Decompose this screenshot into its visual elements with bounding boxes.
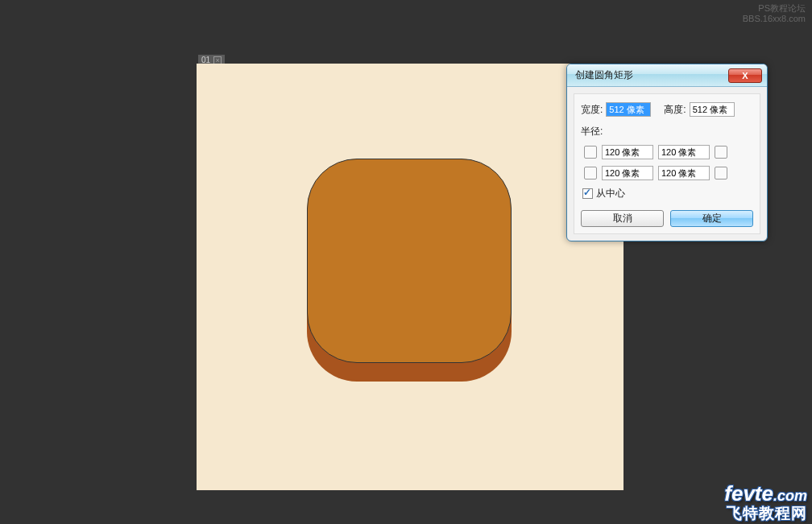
create-rounded-rect-dialog: 创建圆角矩形 X 宽度: 高度: 半径: 从中心 [566, 64, 768, 241]
watermark-brand-cn: 飞特教程网 [724, 505, 807, 522]
dialog-title: 创建圆角矩形 [575, 68, 633, 82]
close-icon[interactable]: × [213, 56, 222, 64]
height-label: 高度: [664, 103, 686, 117]
canvas[interactable] [197, 64, 624, 490]
radius-bottom-left-input[interactable] [602, 166, 653, 180]
link-corner-br-icon[interactable] [715, 167, 727, 179]
dialog-titlebar[interactable]: 创建圆角矩形 X [567, 64, 767, 87]
radius-top-left-input[interactable] [602, 145, 653, 159]
link-corner-bl-icon[interactable] [584, 167, 597, 179]
cancel-button[interactable]: 取消 [581, 210, 664, 227]
watermark-brand: fevte.com [724, 484, 807, 505]
watermark-top: PS教程论坛 BBS.16xx8.com [743, 3, 806, 24]
watermark-line1: PS教程论坛 [743, 3, 806, 14]
from-center-checkbox[interactable] [582, 188, 593, 199]
close-x-icon: X [742, 71, 748, 80]
width-label: 宽度: [581, 103, 603, 117]
watermark-line2: BBS.16xx8.com [743, 14, 806, 24]
rounded-rect-shape[interactable] [307, 159, 512, 363]
radius-section-label: 半径: [581, 125, 753, 138]
dialog-body: 宽度: 高度: 半径: 从中心 取消 确定 [574, 93, 760, 234]
dialog-close-button[interactable]: X [728, 68, 762, 83]
radius-top-right-input[interactable] [658, 145, 710, 159]
ok-button[interactable]: 确定 [670, 210, 753, 227]
link-corner-tl-icon[interactable] [584, 146, 597, 159]
width-input[interactable] [606, 102, 651, 117]
from-center-label: 从中心 [596, 187, 625, 200]
link-corner-tr-icon[interactable] [715, 146, 727, 159]
radius-bottom-right-input[interactable] [658, 166, 710, 180]
height-input[interactable] [690, 102, 735, 117]
watermark-bottom: fevte.com 飞特教程网 [724, 484, 807, 522]
